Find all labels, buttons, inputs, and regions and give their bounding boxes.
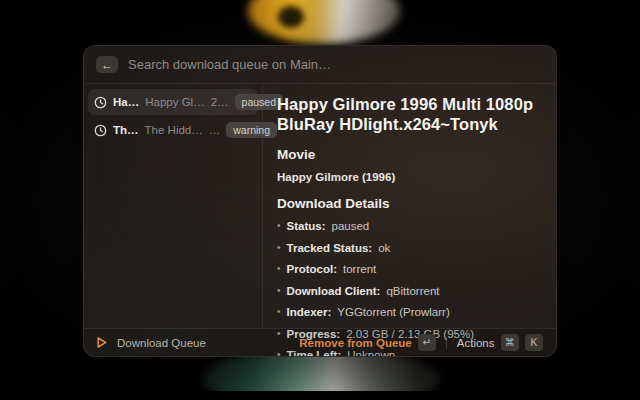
bullet-icon: • <box>277 348 281 357</box>
movie-heading: Movie <box>277 147 542 162</box>
detail-label: Tracked Status: <box>287 242 373 255</box>
clock-icon <box>94 124 107 137</box>
remove-from-queue-label: Remove from Queue <box>299 337 411 349</box>
footer-actions: Remove from Queue ↵ Actions ⌘ K <box>296 332 546 353</box>
bottom-black-bar <box>0 391 640 400</box>
k-keycap: K <box>525 334 543 351</box>
bullet-icon: • <box>277 241 281 254</box>
actions-label: Actions <box>457 337 495 349</box>
footer-divider <box>446 337 447 349</box>
bullet-icon: • <box>277 327 281 340</box>
detail-label: Indexer: <box>287 306 332 319</box>
extension-info: Download Queue <box>94 335 206 350</box>
item-subtitle: Happy Gl… <box>145 96 204 108</box>
detail-row-status: • Status: paused <box>277 220 542 233</box>
detail-row-tracked-status: • Tracked Status: ok <box>277 242 542 255</box>
detail-panel: Happy Gilmore 1996 Multi 1080p BluRay HD… <box>263 84 556 328</box>
movie-value: Happy Gilmore (1996) <box>277 171 542 183</box>
wallpaper-top-artwork-detail <box>278 6 304 28</box>
action-bar: Download Queue Remove from Queue ↵ Actio… <box>84 328 556 356</box>
detail-value: YGGtorrent (Prowlarr) <box>337 306 449 319</box>
enter-keycap: ↵ <box>418 334 436 351</box>
remove-from-queue-button[interactable]: Remove from Queue ↵ <box>296 332 438 353</box>
download-details-heading: Download Details <box>277 196 542 211</box>
list-item-happy-gilmore[interactable]: Ha… Happy Gl… 2… paused <box>88 89 258 115</box>
content-area: Ha… Happy Gl… 2… paused Th… The Hidd… … … <box>84 84 556 328</box>
item-extra: … <box>209 124 221 136</box>
clock-icon <box>94 96 107 109</box>
actions-menu-button[interactable]: Actions ⌘ K <box>454 332 546 353</box>
detail-value: ok <box>378 242 390 255</box>
detail-label: Status: <box>287 220 326 233</box>
detail-row-download-client: • Download Client: qBittorrent <box>277 285 542 298</box>
item-extra: 2… <box>211 96 229 108</box>
play-triangle-icon <box>94 335 109 350</box>
detail-label: Download Client: <box>287 285 381 298</box>
detail-value: torrent <box>343 263 376 276</box>
bullet-icon: • <box>277 219 281 232</box>
launcher-window: ← Ha… Happy Gl… 2… paused Th… <box>83 45 557 357</box>
back-button[interactable]: ← <box>96 56 118 73</box>
detail-row-indexer: • Indexer: YGGtorrent (Prowlarr) <box>277 306 542 319</box>
list-item-the-hidden[interactable]: Th… The Hidd… … warning <box>88 117 258 143</box>
detail-value: paused <box>332 220 370 233</box>
back-arrow-icon: ← <box>101 59 113 71</box>
item-title: Ha… <box>113 96 139 108</box>
download-queue-list: Ha… Happy Gl… 2… paused Th… The Hidd… … … <box>84 84 263 328</box>
search-bar: ← <box>84 46 556 84</box>
item-subtitle: The Hidd… <box>145 124 203 136</box>
bullet-icon: • <box>277 262 281 275</box>
item-title: Th… <box>113 124 139 136</box>
detail-row-protocol: • Protocol: torrent <box>277 263 542 276</box>
detail-value: qBittorrent <box>386 285 439 298</box>
bullet-icon: • <box>277 284 281 297</box>
command-keycap: ⌘ <box>501 334 520 351</box>
detail-label: Protocol: <box>287 263 337 276</box>
release-title: Happy Gilmore 1996 Multi 1080p BluRay HD… <box>277 94 542 134</box>
search-input[interactable] <box>128 57 544 72</box>
extension-name: Download Queue <box>117 337 206 349</box>
bullet-icon: • <box>277 305 281 318</box>
